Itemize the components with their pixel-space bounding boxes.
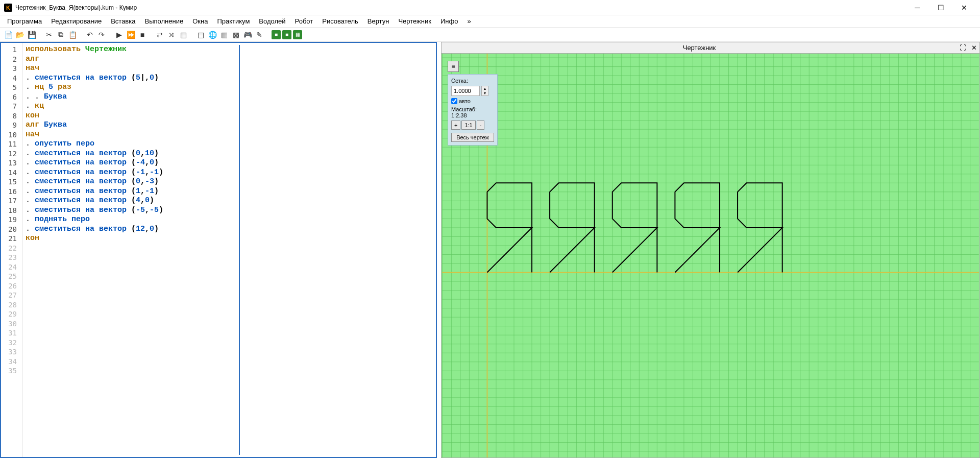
- menu-item[interactable]: »: [463, 16, 475, 26]
- menu-item[interactable]: Рисователь: [318, 16, 362, 26]
- fit-all-button[interactable]: Весь чертеж: [451, 133, 494, 142]
- code-line[interactable]: . сместиться на вектор (12,0): [26, 225, 239, 234]
- code-line[interactable]: . сместиться на вектор (5|,0): [26, 74, 239, 83]
- maximize-button[interactable]: ☐: [929, 0, 952, 15]
- code-line[interactable]: нач: [26, 64, 239, 74]
- canvas-pane: Чертежник ⛶ ✕ ≡ Сетка: ▲▼ авто: [441, 42, 980, 458]
- line-number: 26: [1, 281, 22, 291]
- menu-item[interactable]: Инфо: [436, 16, 462, 26]
- drawing-surface[interactable]: [442, 54, 979, 457]
- code-line[interactable]: . сместиться на вектор (4,0): [26, 196, 239, 206]
- paste-icon[interactable]: 📋: [67, 30, 78, 40]
- menu-item[interactable]: Водолей: [255, 16, 289, 26]
- panel-menu-icon[interactable]: ≡: [448, 61, 459, 72]
- close-button[interactable]: ✕: [952, 0, 976, 15]
- menu-item[interactable]: Программа: [3, 16, 46, 26]
- code-line[interactable]: использовать Чертежник: [26, 45, 239, 55]
- exec-icon[interactable]: 🎮: [242, 30, 253, 40]
- grid-2-icon[interactable]: ▦: [219, 30, 229, 40]
- menu-item[interactable]: Вертун: [363, 16, 394, 26]
- menu-item[interactable]: Окна: [188, 16, 212, 26]
- canvas-close-icon[interactable]: ✕: [968, 43, 979, 53]
- line-number: 27: [1, 291, 22, 300]
- main-split: 1234567891011121314151617181920212223242…: [0, 42, 980, 458]
- line-number: 13: [1, 158, 22, 168]
- line-number: 2: [1, 55, 22, 64]
- open-file-icon[interactable]: 📂: [15, 30, 25, 40]
- menu-item[interactable]: Практикум: [213, 16, 254, 26]
- grid-1-icon[interactable]: ▤: [195, 30, 206, 40]
- canvas-title: Чертежник: [442, 44, 957, 52]
- zoom-11-button[interactable]: 1:1: [461, 120, 475, 130]
- code-line[interactable]: . сместиться на вектор (-1,-1): [26, 168, 239, 178]
- code-line[interactable]: . нц 5 раз: [26, 83, 239, 92]
- mod-2-icon[interactable]: ■: [282, 30, 291, 39]
- code-line[interactable]: алг Буква: [26, 120, 239, 130]
- code-column[interactable]: использовать Чертежникалгнач. сместиться…: [26, 45, 239, 455]
- grid-3-icon[interactable]: ▩: [231, 30, 241, 40]
- copy-icon[interactable]: ⧉: [56, 30, 66, 40]
- grid-step-input[interactable]: [451, 86, 480, 96]
- toolbar: 📄📂💾✂⧉📋↶↷▶⏩■⇄⤭▦▤🌐▦▩🎮✎■■▦: [0, 28, 980, 42]
- code-line[interactable]: алг: [26, 55, 239, 64]
- code-line[interactable]: . . Буква: [26, 92, 239, 102]
- mod-1-icon[interactable]: ■: [272, 30, 281, 39]
- line-number: 15: [1, 177, 22, 187]
- code-line[interactable]: . сместиться на вектор (-4,0): [26, 158, 239, 168]
- check-icon[interactable]: ✎: [254, 30, 264, 40]
- scale-label: Масштаб:: [451, 106, 494, 112]
- toggle-2-icon[interactable]: ⤭: [166, 30, 177, 40]
- canvas-header: Чертежник ⛶ ✕: [441, 42, 980, 53]
- editor-pane: 1234567891011121314151617181920212223242…: [0, 42, 437, 458]
- line-number: 20: [1, 225, 22, 234]
- code-line[interactable]: . сместиться на вектор (0,-3): [26, 177, 239, 187]
- code-line[interactable]: . поднять перо: [26, 215, 239, 225]
- panel-box: Сетка: ▲▼ авто Масштаб: 1:2.38 +: [448, 74, 498, 146]
- save-file-icon[interactable]: 💾: [27, 30, 37, 40]
- code-line[interactable]: нач: [26, 130, 239, 140]
- line-number: 10: [1, 130, 22, 140]
- menu-item[interactable]: Редактирование: [47, 16, 106, 26]
- menu-item[interactable]: Вставка: [107, 16, 139, 26]
- mod-3-icon[interactable]: ▦: [293, 30, 302, 39]
- new-file-icon[interactable]: 📄: [3, 30, 13, 40]
- code-line[interactable]: . кц: [26, 102, 239, 111]
- code-margin: [240, 45, 433, 455]
- cut-icon[interactable]: ✂: [44, 30, 54, 40]
- code-line[interactable]: . сместиться на вектор (1,-1): [26, 187, 239, 197]
- toggle-3-icon[interactable]: ▦: [178, 30, 188, 40]
- zoom-in-button[interactable]: +: [451, 120, 460, 130]
- line-number: 3: [1, 64, 22, 74]
- menu-item[interactable]: Выполнение: [140, 16, 187, 26]
- code-line[interactable]: . сместиться на вектор (0,10): [26, 149, 239, 159]
- undo-icon[interactable]: ↶: [85, 30, 95, 40]
- line-number: 12: [1, 149, 22, 159]
- code-line[interactable]: . опустить перо: [26, 139, 239, 149]
- code-area[interactable]: использовать Чертежникалгнач. сместиться…: [22, 43, 436, 457]
- code-line[interactable]: кон: [26, 111, 239, 121]
- line-number: 11: [1, 139, 22, 149]
- code-line[interactable]: . сместиться на вектор (-5,-5): [26, 206, 239, 215]
- auto-checkbox[interactable]: [451, 98, 457, 104]
- stop-icon[interactable]: ■: [137, 30, 148, 40]
- line-number: 23: [1, 253, 22, 262]
- code-line[interactable]: кон: [26, 234, 239, 244]
- grid-spinner[interactable]: ▲▼: [481, 86, 488, 96]
- app-icon: K: [4, 4, 12, 12]
- step-icon[interactable]: ⏩: [126, 30, 136, 40]
- run-icon[interactable]: ▶: [114, 30, 124, 40]
- canvas-body[interactable]: ≡ Сетка: ▲▼ авто Масштаб: 1:2.38: [441, 53, 980, 458]
- line-number: 18: [1, 206, 22, 215]
- line-number: 16: [1, 187, 22, 197]
- canvas-maximize-icon[interactable]: ⛶: [957, 43, 968, 53]
- menu-item[interactable]: Робот: [291, 16, 317, 26]
- menu-item[interactable]: Чертежник: [394, 16, 435, 26]
- world-icon[interactable]: 🌐: [207, 30, 217, 40]
- minimize-button[interactable]: ─: [905, 0, 929, 15]
- menu-bar: ПрограммаРедактированиеВставкаВыполнение…: [0, 15, 980, 28]
- toggle-1-icon[interactable]: ⇄: [155, 30, 165, 40]
- line-number: 5: [1, 83, 22, 92]
- line-number: 6: [1, 92, 22, 102]
- zoom-out-button[interactable]: -: [477, 120, 485, 130]
- redo-icon[interactable]: ↷: [96, 30, 107, 40]
